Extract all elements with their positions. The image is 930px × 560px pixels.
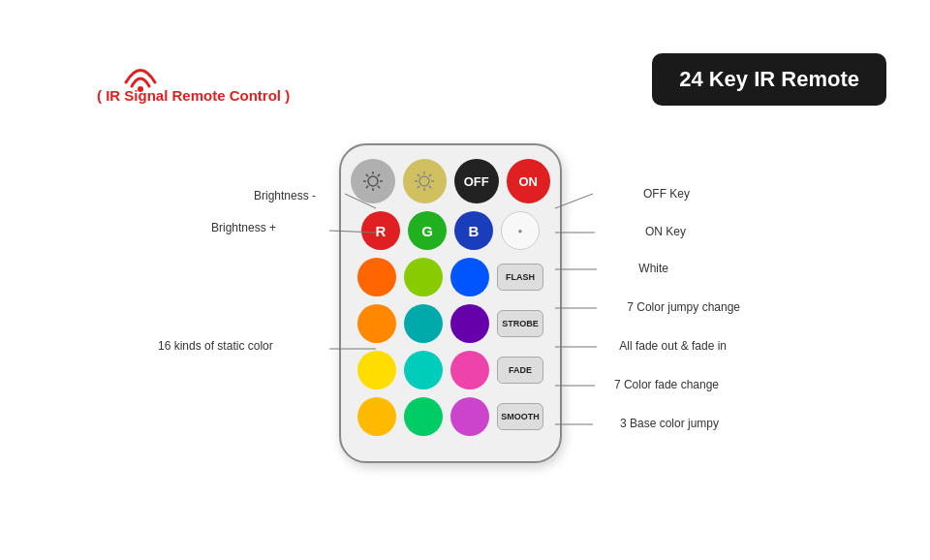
white-annotation: White	[638, 262, 668, 275]
red-button[interactable]: R	[361, 211, 400, 250]
flash-button[interactable]: FLASH	[497, 264, 543, 291]
color-row-2: STROBE	[357, 304, 543, 343]
svg-point-10	[419, 176, 429, 186]
svg-line-8	[378, 174, 380, 176]
color-limegreen-button[interactable]	[404, 258, 443, 296]
ir-signal-label: ( IR Signal Remote Control )	[97, 87, 290, 104]
color-pink-button[interactable]	[450, 351, 489, 389]
page-container: ( IR Signal Remote Control ) 24 Key IR R…	[0, 0, 930, 560]
white-button[interactable]: ●	[501, 211, 540, 250]
blue-button[interactable]: B	[454, 211, 493, 250]
brightness-plus-annotation: Brightness +	[211, 221, 276, 234]
color-blue2-button[interactable]	[450, 258, 489, 296]
rgbw-row: R G B ●	[361, 211, 540, 250]
color-row-1: FLASH	[357, 258, 543, 296]
color-orange2-button[interactable]	[357, 304, 396, 343]
color-teal-button[interactable]	[404, 304, 443, 343]
svg-line-7	[378, 186, 380, 188]
on-key-annotation: ON Key	[645, 225, 686, 238]
smooth-button[interactable]: SMOOTH	[497, 403, 543, 430]
fade-annotation: 7 Color fade change	[614, 378, 719, 391]
color-cyan-button[interactable]	[404, 351, 443, 389]
brightness-minus-annotation: Brightness -	[254, 189, 316, 202]
color-amber-button[interactable]	[357, 397, 396, 436]
static-color-annotation: 16 kinds of static color	[158, 339, 273, 353]
color-row-4: SMOOTH	[357, 397, 543, 436]
strobe-annotation: All fade out & fade in	[619, 339, 727, 353]
on-button[interactable]: ON	[507, 159, 551, 203]
smooth-annotation: 3 Base color jumpy	[620, 417, 719, 430]
top-button-row: OFF ON	[351, 159, 550, 203]
strobe-button[interactable]: STROBE	[497, 310, 543, 337]
off-key-annotation: OFF Key	[643, 187, 690, 201]
color-orange1-button[interactable]	[357, 258, 396, 296]
svg-line-17	[429, 174, 431, 176]
svg-line-16	[429, 186, 431, 188]
remote-body: OFF ON R G B ● FLASH STROBE	[339, 143, 562, 463]
brightness-plus-button[interactable]	[403, 159, 448, 203]
brightness-minus-button[interactable]	[351, 159, 395, 203]
flash-annotation: 7 Color jumpy change	[627, 300, 740, 314]
svg-line-15	[418, 174, 419, 176]
color-purple1-button[interactable]	[450, 304, 489, 343]
color-seafoam-button[interactable]	[404, 397, 443, 436]
green-button[interactable]: G	[408, 211, 447, 250]
fade-button[interactable]: FADE	[497, 357, 543, 384]
color-yellow-button[interactable]	[357, 351, 396, 389]
svg-line-9	[366, 186, 368, 188]
svg-point-1	[368, 176, 378, 186]
svg-line-6	[366, 174, 368, 176]
color-lavender-button[interactable]	[450, 397, 489, 436]
off-button[interactable]: OFF	[454, 159, 499, 203]
title-badge: 24 Key IR Remote	[652, 53, 886, 106]
color-row-3: FADE	[357, 351, 543, 389]
svg-line-18	[418, 186, 419, 188]
